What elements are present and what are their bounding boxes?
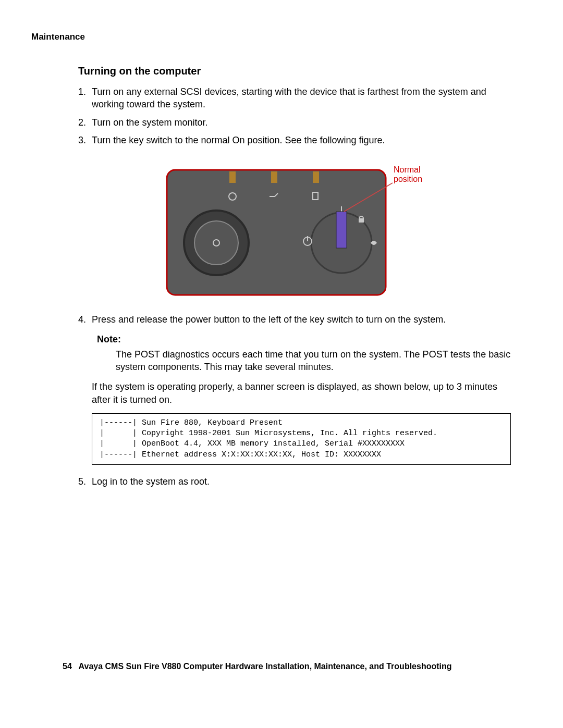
step-number: 2.: [78, 116, 92, 129]
step-5: 5. Log in to the system as root.: [78, 475, 511, 488]
led-icon: [271, 171, 277, 183]
led-icon: [229, 171, 236, 183]
footer-title: Avaya CMS Sun Fire V880 Computer Hardwar…: [79, 662, 452, 671]
step-number: 1.: [78, 85, 92, 111]
step-text: Log in to the system as root.: [92, 475, 511, 488]
page-footer: 54 Avaya CMS Sun Fire V880 Computer Hard…: [63, 661, 452, 672]
step-number: 5.: [78, 475, 92, 488]
step-number: 4.: [78, 313, 92, 326]
figure-label-line1: Normal: [394, 165, 421, 174]
step-1: 1. Turn on any external SCSI devices, st…: [78, 85, 511, 111]
step-number: 3.: [78, 134, 92, 146]
power-button-inner: [194, 221, 238, 265]
step-text: Turn on the system monitor.: [92, 116, 511, 129]
step-3: 3. Turn the key switch to the normal On …: [78, 134, 511, 146]
note-body: The POST diagnostics occurs each time th…: [116, 348, 511, 374]
svg-rect-2: [359, 218, 364, 223]
step-text: Press and release the power button to th…: [92, 313, 511, 326]
banner-screen: |------| Sun Fire 880, Keyboard Present …: [92, 413, 511, 465]
step-text: Turn on any external SCSI devices, start…: [92, 85, 511, 111]
note-label: Note:: [97, 333, 511, 346]
led-icon: [313, 171, 319, 183]
section-title: Turning on the computer: [78, 64, 511, 78]
figure-label-line2: position: [394, 175, 422, 183]
step-2: 2. Turn on the system monitor.: [78, 116, 511, 129]
step-4: 4. Press and release the power button to…: [78, 313, 511, 326]
step-text: Turn the key switch to the normal On pos…: [92, 134, 511, 146]
key-handle: [336, 212, 347, 248]
page-header: Maintenance: [31, 31, 532, 43]
key-switch-figure: Normal position: [164, 162, 425, 298]
banner-intro: If the system is operating properly, a b…: [92, 380, 511, 406]
page-number: 54: [63, 662, 72, 671]
